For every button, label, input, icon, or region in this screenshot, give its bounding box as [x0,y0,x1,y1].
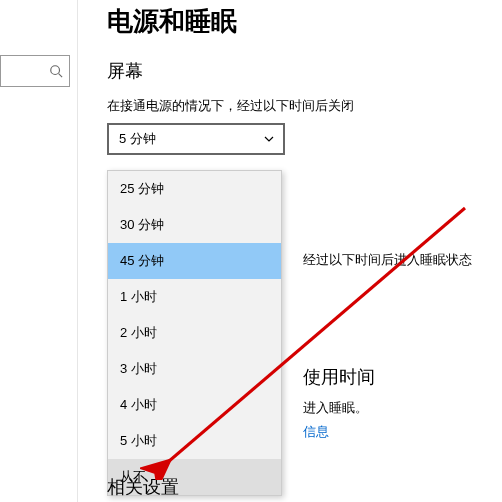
left-panel [0,0,78,502]
dropdown-item[interactable]: 45 分钟 [108,243,281,279]
main-content: 电源和睡眠 屏幕 在接通电源的情况下，经过以下时间后关闭 5 分钟 [107,0,502,155]
search-icon [49,64,63,78]
page-title: 电源和睡眠 [107,4,502,39]
usage-time-desc: 进入睡眠。 [303,399,375,417]
sleep-desc-suffix: 经过以下时间后进入睡眠状态 [303,251,472,269]
dropdown-item-label: 25 分钟 [120,180,164,198]
dropdown-item-label: 30 分钟 [120,216,164,234]
usage-time-section: 使用时间 进入睡眠。 信息 [303,365,375,441]
dropdown-item-label: 1 小时 [120,288,157,306]
screen-timeout-select[interactable]: 5 分钟 [107,123,285,155]
dropdown-item-label: 3 小时 [120,360,157,378]
dropdown-item-label: 4 小时 [120,396,157,414]
section-screen-header: 屏幕 [107,59,502,83]
dropdown-item-label: 2 小时 [120,324,157,342]
dropdown-item[interactable]: 25 分钟 [108,171,281,207]
dropdown-item[interactable]: 1 小时 [108,279,281,315]
timeout-dropdown[interactable]: 25 分钟 30 分钟 45 分钟 1 小时 2 小时 3 小时 4 小时 5 … [107,170,282,496]
dropdown-item-label: 5 小时 [120,432,157,450]
svg-point-0 [51,66,60,75]
select-value: 5 分钟 [119,130,156,148]
dropdown-item[interactable]: 3 小时 [108,351,281,387]
dropdown-item-label: 45 分钟 [120,252,164,270]
usage-time-link[interactable]: 信息 [303,423,375,441]
search-input[interactable] [0,55,70,87]
svg-line-1 [59,74,63,78]
screen-description: 在接通电源的情况下，经过以下时间后关闭 [107,97,502,115]
usage-time-header: 使用时间 [303,365,375,389]
dropdown-item[interactable]: 4 小时 [108,387,281,423]
dropdown-item[interactable]: 2 小时 [108,315,281,351]
chevron-down-icon [263,133,275,145]
dropdown-item[interactable]: 30 分钟 [108,207,281,243]
dropdown-item[interactable]: 5 小时 [108,423,281,459]
related-settings-header: 相关设置 [107,475,179,499]
